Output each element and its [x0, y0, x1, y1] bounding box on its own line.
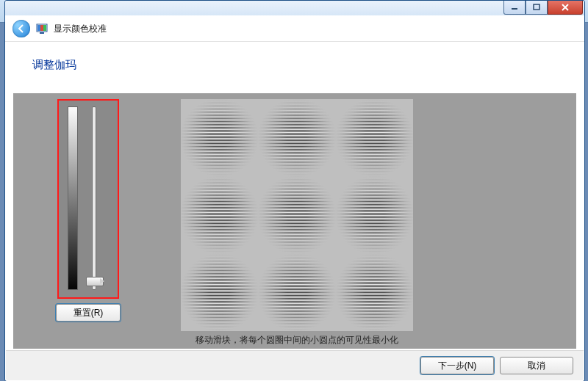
gamma-cell	[336, 254, 413, 331]
instruction-text: 移动滑块，将每个圆圈中间的小圆点的可见性最小化	[181, 334, 413, 346]
svg-rect-4	[40, 25, 43, 31]
svg-rect-1	[534, 4, 539, 10]
calibration-window: 显示颜色校准 调整伽玛 重置(R)	[4, 0, 585, 381]
next-button[interactable]: 下一步(N)	[420, 357, 494, 374]
gamma-preview-grid	[181, 99, 413, 331]
gradient-reference-bar	[68, 106, 78, 290]
footer-bar: 下一步(N) 取消	[6, 350, 584, 380]
gamma-cell	[181, 99, 258, 176]
back-button[interactable]	[12, 20, 30, 37]
cancel-button-label: 取消	[528, 360, 545, 372]
gamma-cell	[181, 176, 258, 253]
close-icon	[561, 4, 570, 11]
cancel-button[interactable]: 取消	[500, 357, 573, 374]
maximize-button[interactable]	[526, 1, 548, 15]
gamma-slider-thumb[interactable]	[86, 277, 104, 286]
minimize-icon	[511, 4, 518, 11]
gamma-cell	[336, 99, 413, 176]
svg-rect-5	[43, 25, 46, 31]
gamma-slider-panel	[57, 99, 119, 299]
reset-button[interactable]: 重置(R)	[56, 304, 121, 322]
app-icon	[36, 23, 48, 35]
title-bar[interactable]	[5, 1, 584, 16]
svg-rect-3	[37, 25, 40, 31]
svg-rect-0	[512, 8, 517, 10]
minimize-button[interactable]	[503, 1, 526, 15]
reset-button-label: 重置(R)	[74, 307, 104, 319]
page-heading: 调整伽玛	[13, 42, 576, 72]
gamma-cell	[336, 176, 413, 253]
gray-panel: 重置(R) 移动滑块，将每个圆圈中间的小圆点的可见性最小化	[13, 93, 576, 349]
gamma-cell	[258, 176, 335, 253]
gamma-cell	[258, 254, 335, 331]
svg-rect-6	[40, 32, 44, 34]
header-bar: 显示颜色校准	[5, 16, 584, 42]
gamma-cell	[181, 254, 258, 331]
close-button[interactable]	[548, 1, 583, 15]
app-title: 显示颜色校准	[54, 23, 107, 35]
content-area: 调整伽玛 重置(R)	[13, 42, 576, 349]
back-arrow-icon	[15, 23, 27, 35]
gamma-slider-track[interactable]	[92, 106, 96, 290]
maximize-icon	[533, 4, 540, 11]
desktop: 显示颜色校准 调整伽玛 重置(R)	[0, 0, 588, 381]
next-button-label: 下一步(N)	[438, 360, 477, 372]
gamma-cell	[258, 99, 335, 176]
window-buttons	[503, 1, 583, 15]
